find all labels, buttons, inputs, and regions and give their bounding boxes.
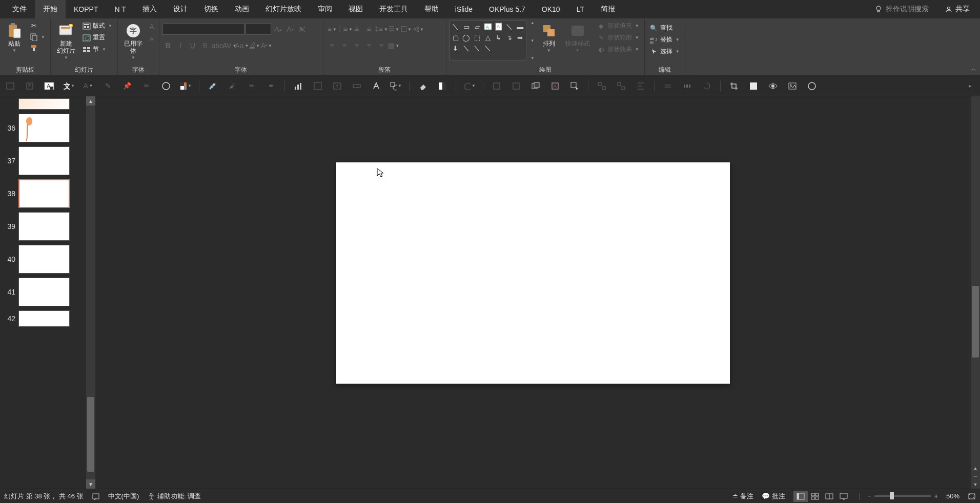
menu-home[interactable]: 开始 — [35, 0, 66, 18]
shape-line2-icon[interactable]: ＼ — [505, 22, 514, 31]
sorter-view-button[interactable] — [808, 491, 822, 502]
canvas-scrollbar[interactable]: ▲ ─ ▼ — [971, 96, 980, 489]
shape-rect-icon[interactable]: ▭ — [462, 22, 471, 31]
reading-view-button[interactable] — [822, 491, 836, 502]
new-slide-button[interactable]: 新建 幻灯片 ▼ — [54, 20, 78, 62]
arrange-button[interactable]: 排列 ▼ — [538, 20, 560, 55]
paste-button[interactable]: 粘贴 ▼ — [3, 20, 26, 55]
slide-thumb-39[interactable] — [18, 212, 70, 241]
normal-view-button[interactable] — [793, 491, 808, 502]
shapes-gallery[interactable]: ＼ ▭ ▱ A A ＼ ▬ ▢ ◯ ⬚ △ ↳ ↴ ➡ ⬇ ＼ ＼ ＼ — [450, 20, 526, 60]
shape-elbow-icon[interactable]: ↴ — [505, 33, 514, 42]
font-name-input[interactable] — [162, 24, 244, 35]
shape-textbox-v-icon[interactable]: A — [494, 22, 503, 31]
qt-textbox-button[interactable]: A — [43, 80, 55, 92]
qt-contrast-button[interactable] — [436, 80, 448, 92]
menu-design[interactable]: 设计 — [165, 0, 196, 18]
shape-line-icon[interactable]: ＼ — [451, 22, 460, 31]
shape-line4-icon[interactable]: ＼ — [473, 44, 482, 53]
menu-transitions[interactable]: 切换 — [196, 0, 227, 18]
format-painter-button[interactable] — [28, 43, 47, 53]
gallery-down-icon[interactable]: ▼ — [530, 38, 535, 43]
scroll-up-icon[interactable]: ▲ — [86, 96, 95, 106]
menu-lt[interactable]: LT — [568, 1, 593, 18]
slide-thumb-40[interactable] — [18, 245, 70, 274]
qt-wordart2-button[interactable] — [370, 80, 382, 92]
thumbnails-scrollbar[interactable]: ▲ ▼ — [86, 96, 95, 489]
accessibility-button[interactable]: 辅助功能: 调查 — [147, 492, 201, 501]
menu-okplus[interactable]: OKPlus 5.7 — [481, 1, 534, 18]
shape-connector-icon[interactable]: ↳ — [494, 33, 503, 42]
cut-button[interactable]: ✂ — [28, 20, 47, 31]
tell-me-search[interactable]: 操作说明搜索 — [868, 5, 935, 14]
slide-canvas[interactable] — [336, 162, 730, 384]
scroll-down-icon[interactable]: ▼ — [86, 479, 95, 489]
menu-review[interactable]: 审阅 — [310, 0, 340, 18]
zoom-slider[interactable]: − + — [868, 492, 938, 500]
shape-rect2-icon[interactable]: ▱ — [473, 22, 482, 31]
gallery-up-icon[interactable]: ▲ — [530, 20, 535, 25]
gallery-more-icon[interactable]: ▼ — [530, 56, 535, 60]
slide-thumb-partial[interactable] — [18, 98, 70, 110]
qt-chart-button[interactable] — [292, 80, 304, 92]
slide-counter[interactable]: 幻灯片 第 38 张， 共 46 张 — [4, 492, 84, 501]
shape-cylinder-icon[interactable]: ⬚ — [473, 33, 482, 42]
shape-arrow-r-icon[interactable]: ➡ — [516, 33, 525, 42]
spelling-button[interactable] — [92, 492, 100, 500]
menu-brief[interactable]: 简报 — [593, 0, 623, 18]
qt-layers-button[interactable] — [529, 80, 542, 92]
menu-koppt[interactable]: KOPPT — [66, 1, 106, 18]
qt-color-button[interactable]: ▼ — [179, 80, 192, 92]
qt-eraser-button[interactable] — [417, 80, 429, 92]
scrollbar-thumb[interactable] — [972, 286, 979, 358]
find-button[interactable]: 🔍查找 — [648, 23, 682, 33]
slide-canvas-area[interactable] — [95, 96, 971, 489]
share-button[interactable]: 共享 — [935, 5, 980, 14]
qt-fill-button[interactable] — [747, 80, 760, 92]
slide-thumb-41[interactable] — [18, 278, 70, 306]
menu-file[interactable]: 文件 — [4, 0, 35, 18]
shape-arrow-d-icon[interactable]: ⬇ — [451, 44, 460, 53]
zoom-percent[interactable]: 50% — [946, 492, 959, 500]
shape-triangle-icon[interactable]: △ — [483, 33, 493, 42]
qt-shapes2-button[interactable]: ▼ — [390, 80, 402, 92]
language-indicator[interactable]: 中文(中国) — [108, 492, 139, 501]
menu-view[interactable]: 视图 — [340, 0, 371, 18]
qt-effects-button[interactable] — [767, 80, 779, 92]
collapse-ribbon-button[interactable]: ︿ — [970, 64, 977, 73]
slide-thumb-42[interactable] — [18, 310, 70, 327]
menu-slideshow[interactable]: 幻灯片放映 — [257, 0, 310, 18]
shape-round-rect-icon[interactable]: ▢ — [451, 33, 460, 42]
copy-button[interactable]: ▼ — [28, 32, 47, 42]
zoom-out-button[interactable]: − — [868, 492, 872, 500]
slide-thumb-37[interactable] — [18, 146, 70, 175]
menu-nt[interactable]: N T — [106, 1, 134, 18]
zoom-handle[interactable] — [890, 492, 894, 499]
qt-wordart-button[interactable]: 文▼ — [63, 80, 75, 92]
select-button[interactable]: 选择▼ — [648, 46, 682, 57]
prev-slide-icon[interactable]: ▲ — [971, 464, 980, 472]
notes-button[interactable]: ≐备注 — [732, 492, 753, 501]
qt-delete-button[interactable] — [549, 80, 561, 92]
replace-button[interactable]: abac替换▼ — [648, 34, 682, 45]
section-button[interactable]: 节▼ — [80, 44, 114, 55]
shape-textbox-icon[interactable]: A — [483, 22, 493, 31]
thumbnails-list[interactable]: 36 37 38 39 40 41 42 — [0, 96, 86, 489]
menu-insert[interactable]: 插入 — [134, 0, 165, 18]
fit-window-button[interactable] — [968, 493, 976, 500]
slide-thumb-38[interactable] — [18, 179, 70, 208]
slideshow-view-button[interactable] — [836, 491, 851, 502]
qt-more-button[interactable]: ▸ — [969, 82, 976, 89]
zoom-in-button[interactable]: + — [934, 492, 938, 500]
menu-animations[interactable]: 动画 — [227, 0, 257, 18]
menu-developer[interactable]: 开发工具 — [371, 0, 416, 18]
zoom-track[interactable] — [874, 495, 931, 497]
font-size-input[interactable] — [246, 24, 271, 35]
layout-button[interactable]: 版式▼ — [80, 20, 114, 31]
shape-line5-icon[interactable]: ＼ — [483, 44, 493, 53]
used-font-button[interactable]: 字 已用字 体 ▼ — [121, 20, 146, 62]
comments-button[interactable]: 💬批注 — [762, 492, 785, 501]
menu-islide[interactable]: iSlide — [447, 1, 481, 18]
qt-picture-button[interactable] — [786, 80, 799, 92]
next-slide-icon[interactable]: ▼ — [971, 480, 980, 489]
